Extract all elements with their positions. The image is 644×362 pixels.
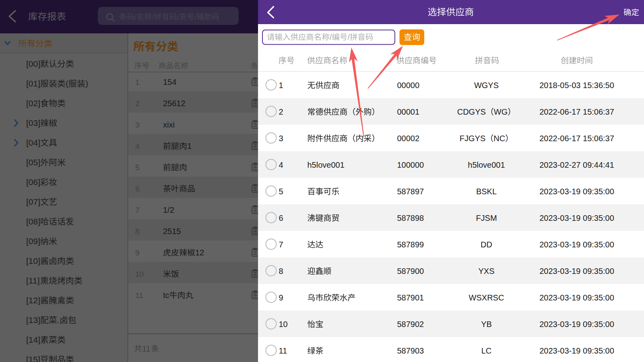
svg-text:2023-03-19 09:35:00: 2023-03-19 09:35:00 xyxy=(539,293,614,302)
svg-text:2023-02-27 09:44:41: 2023-02-27 09:44:41 xyxy=(539,160,614,169)
svg-text:7: 7 xyxy=(279,240,283,249)
svg-text:WSXRSC: WSXRSC xyxy=(469,293,504,302)
svg-text:10: 10 xyxy=(279,320,288,329)
svg-text:/: / xyxy=(330,33,332,41)
svg-text:11: 11 xyxy=(279,346,287,355)
svg-text:2023-03-19 09:35:00: 2023-03-19 09:35:00 xyxy=(539,320,614,329)
svg-text:5: 5 xyxy=(279,187,283,196)
svg-text:YB: YB xyxy=(481,320,492,329)
svg-text:00001: 00001 xyxy=(397,107,420,116)
svg-text:587903: 587903 xyxy=(397,346,424,355)
svg-text:2022-06-17 15:06:37: 2022-06-17 15:06:37 xyxy=(539,134,614,143)
svg-text:6: 6 xyxy=(279,214,283,222)
svg-text:3: 3 xyxy=(279,134,283,143)
svg-text:/: / xyxy=(347,33,350,41)
svg-text:4: 4 xyxy=(279,160,283,169)
svg-text:1: 1 xyxy=(279,81,283,90)
svg-text:CDGYS: CDGYS xyxy=(457,107,486,116)
svg-text:587901: 587901 xyxy=(397,293,424,302)
svg-text:2023-03-19 09:35:00: 2023-03-19 09:35:00 xyxy=(539,267,614,276)
svg-text:587897: 587897 xyxy=(397,187,424,196)
svg-text:YXS: YXS xyxy=(479,267,495,276)
svg-text:2023-03-19 09:35:00: 2023-03-19 09:35:00 xyxy=(539,214,614,222)
svg-text:00002: 00002 xyxy=(397,134,420,143)
svg-text:WGYS: WGYS xyxy=(474,81,499,90)
svg-text:9: 9 xyxy=(279,293,283,302)
svg-text:FJSM: FJSM xyxy=(476,214,497,222)
svg-text:2023-03-19 09:35:00: 2023-03-19 09:35:00 xyxy=(539,187,614,196)
svg-text:h5love001: h5love001 xyxy=(468,160,505,169)
svg-text:h5love001: h5love001 xyxy=(308,160,345,169)
svg-text:2: 2 xyxy=(279,107,283,116)
svg-text:WG: WG xyxy=(494,107,508,116)
svg-text:BSKL: BSKL xyxy=(476,187,497,196)
svg-text:587900: 587900 xyxy=(397,267,424,276)
svg-text:2018-05-03 15:36:50: 2018-05-03 15:36:50 xyxy=(539,81,614,90)
svg-text:DD: DD xyxy=(481,240,492,249)
svg-text:8: 8 xyxy=(279,267,283,276)
svg-text:100000: 100000 xyxy=(397,160,424,169)
svg-text:2022-06-17 15:06:37: 2022-06-17 15:06:37 xyxy=(539,107,614,116)
svg-text:587899: 587899 xyxy=(397,240,424,249)
svg-text:FJGYS: FJGYS xyxy=(460,134,485,143)
svg-text:587898: 587898 xyxy=(397,214,424,222)
svg-text:LC: LC xyxy=(481,346,492,355)
svg-text:NC: NC xyxy=(493,134,505,143)
svg-text:2023-03-19 09:35:00: 2023-03-19 09:35:00 xyxy=(539,346,614,355)
svg-text:587902: 587902 xyxy=(397,320,424,329)
svg-text:00000: 00000 xyxy=(397,81,420,90)
svg-text:2023-03-19 09:35:00: 2023-03-19 09:35:00 xyxy=(539,240,614,249)
